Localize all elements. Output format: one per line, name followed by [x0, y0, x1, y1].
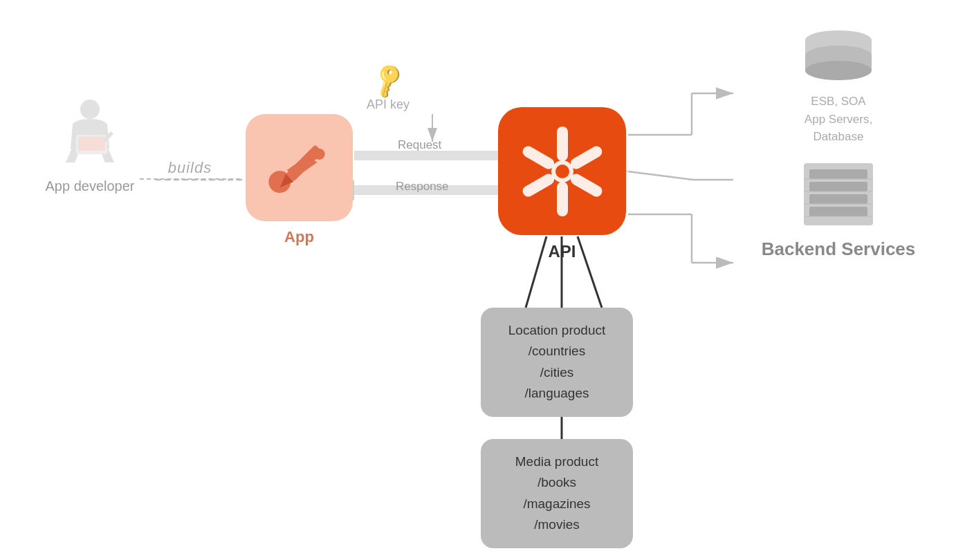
svg-point-20 [80, 100, 100, 119]
endpoint1-line2: /countries [497, 341, 616, 362]
app-label: App [284, 228, 314, 246]
svg-rect-30 [557, 127, 568, 161]
endpoint-box-location: Location product /countries /cities /lan… [481, 308, 633, 417]
svg-rect-33 [557, 182, 568, 216]
svg-rect-31 [568, 144, 603, 171]
tools-icon [258, 127, 341, 209]
endpoint2-line3: /magazines [497, 494, 616, 514]
svg-rect-26 [286, 144, 323, 182]
svg-rect-35 [520, 144, 555, 171]
endpoint1-line1: Location product [497, 320, 616, 341]
api-key-section: 🔑 API key [367, 66, 410, 112]
api-section: API [498, 107, 626, 261]
api-label: API [548, 242, 576, 261]
api-icon-bg [498, 107, 626, 235]
backend-services-label: Backend Services [742, 239, 935, 260]
svg-line-13 [628, 171, 693, 180]
endpoint2-line4: /movies [497, 514, 616, 535]
builds-label: builds [140, 159, 240, 180]
developer-icon [55, 97, 125, 173]
svg-point-40 [805, 61, 872, 80]
database-icon-group: ESB, SOAApp Servers,Database [742, 28, 935, 146]
app-developer-section: App developer [28, 97, 152, 194]
svg-point-29 [555, 165, 569, 178]
server-rack-icon [797, 160, 880, 229]
endpoint2-line1: Media product [497, 451, 616, 472]
backend-services-section: ESB, SOAApp Servers,Database Backend Ser… [742, 28, 935, 260]
diagram-container: App developer builds App 🔑 A [0, 0, 956, 560]
endpoint1-line3: /cities [497, 362, 616, 383]
app-icon [246, 114, 353, 221]
svg-rect-32 [568, 171, 603, 198]
api-hub-icon [511, 120, 614, 223]
request-label: Request [398, 138, 441, 152]
response-label: Response [396, 180, 449, 194]
svg-rect-43 [809, 182, 867, 192]
svg-rect-34 [520, 171, 555, 198]
server-icon-group [742, 160, 935, 229]
svg-rect-45 [809, 207, 867, 216]
api-key-label: API key [367, 97, 410, 112]
svg-rect-22 [78, 137, 105, 151]
endpoint1-line4: /languages [497, 383, 616, 404]
app-section: App [246, 114, 353, 246]
svg-rect-42 [809, 169, 867, 179]
svg-rect-44 [809, 194, 867, 204]
database-icon [797, 28, 880, 90]
key-icon: 🔑 [367, 60, 409, 101]
endpoint-box-media: Media product /books /magazines /movies [481, 439, 633, 548]
esb-label: ESB, SOAApp Servers,Database [805, 93, 872, 146]
svg-marker-5 [354, 151, 499, 160]
developer-label: App developer [46, 178, 135, 194]
endpoint2-line2: /books [497, 472, 616, 493]
